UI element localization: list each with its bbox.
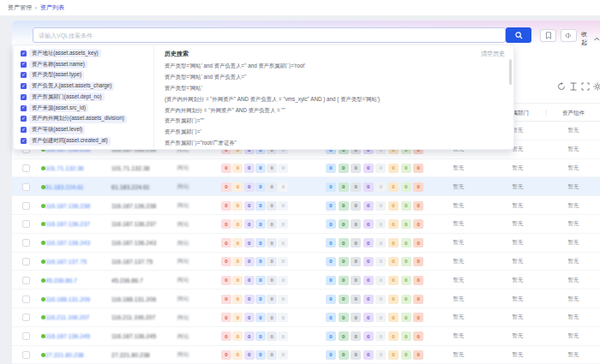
count-badge: 0 bbox=[244, 182, 255, 192]
component-cell: 暂无 bbox=[553, 196, 594, 215]
checkbox-checked-icon[interactable]: ✓ bbox=[21, 116, 27, 122]
checkbox-checked-icon[interactable]: ✓ bbox=[21, 127, 27, 133]
count-badge: 0 bbox=[375, 331, 386, 341]
asset-type: 网站 bbox=[177, 234, 189, 253]
row-checkbox[interactable] bbox=[22, 313, 30, 321]
column-header-component[interactable]: 资产组件 bbox=[553, 110, 594, 117]
field-option[interactable]: ✓ 资产内外网划分(asset.assets_division) bbox=[21, 114, 153, 124]
count-badge: 0 bbox=[255, 182, 266, 192]
row-checkbox[interactable] bbox=[22, 332, 30, 340]
field-option[interactable]: ✓ 资产类型(asset.type) bbox=[21, 70, 153, 81]
field-option[interactable]: ✓ 资产所属部门(asset.dept_no) bbox=[21, 92, 153, 102]
history-item[interactable]: 资产所属部门="" bbox=[165, 116, 505, 127]
fullscreen-icon[interactable] bbox=[581, 82, 590, 91]
asset-address-link[interactable]: 116.211.196.207 bbox=[45, 308, 90, 327]
asset-address-link[interactable]: 116.187.136.243 bbox=[45, 234, 90, 253]
asset-address-link[interactable]: 27.221.80.238 bbox=[45, 346, 84, 364]
field-option[interactable]: ✓ 资产创建时间(asset.created_at) bbox=[21, 136, 153, 146]
asset-address-link[interactable]: 116.187.136.238 bbox=[45, 196, 90, 215]
asset-address-link[interactable]: 116.187.137.75 bbox=[45, 253, 87, 272]
count-badge: 0 bbox=[244, 257, 255, 266]
checkbox-checked-icon[interactable]: ✓ bbox=[21, 138, 27, 144]
announce-button[interactable] bbox=[561, 29, 577, 42]
checkbox-checked-icon[interactable]: ✓ bbox=[21, 94, 27, 100]
refresh-icon[interactable] bbox=[557, 82, 566, 91]
asset-name: 45.236.86.7 bbox=[111, 271, 143, 289]
risk-count-badges: 00000000 bbox=[326, 327, 423, 346]
line-height-icon[interactable] bbox=[569, 82, 578, 91]
count-badge: 0 bbox=[363, 257, 374, 266]
dept-cell: 暂无 bbox=[495, 253, 540, 272]
asset-type: 网站 bbox=[177, 253, 189, 272]
count-badge: 0 bbox=[221, 238, 231, 248]
table-row: 116.187.136.237 116.187.136.237 网站 00000… bbox=[12, 215, 600, 234]
history-item[interactable]: 资产所属部门="root/广发证券" bbox=[165, 138, 505, 149]
history-item[interactable]: 资产类型='网站' and 资产负责人='' and 资产所属部门='root' bbox=[165, 61, 505, 72]
history-item[interactable]: 资产所属部门=' bbox=[165, 127, 505, 138]
asset-address-link[interactable]: 116.188.131.206 bbox=[45, 289, 90, 308]
owner-cell: 暂无 bbox=[441, 289, 476, 308]
risk-count-badges: 00000000 bbox=[326, 289, 423, 308]
magnifier-icon bbox=[515, 32, 523, 39]
risk-count-badges: 00000000 bbox=[326, 234, 423, 253]
collapse-toggle[interactable]: 收起 bbox=[581, 30, 600, 47]
count-badge: 0 bbox=[326, 238, 336, 248]
count-badge: 0 bbox=[232, 201, 243, 211]
breadcrumb-parent[interactable]: 资产管理 bbox=[8, 3, 32, 12]
dept-cell: 暂无 bbox=[495, 346, 540, 364]
field-option[interactable]: ✓ 资产名称(asset.name) bbox=[21, 59, 153, 69]
risk-count-badges: 00000000 bbox=[326, 159, 423, 178]
row-checkbox[interactable] bbox=[22, 220, 30, 228]
count-badge: 0 bbox=[413, 238, 423, 248]
count-badge: 0 bbox=[244, 164, 255, 173]
row-checkbox[interactable] bbox=[22, 239, 30, 247]
count-badge: 0 bbox=[413, 257, 423, 266]
asset-address-link[interactable]: 45.236.86.7 bbox=[45, 271, 77, 289]
checkbox-checked-icon[interactable]: ✓ bbox=[21, 105, 27, 111]
checkbox-checked-icon[interactable]: ✓ bbox=[21, 83, 27, 89]
gear-icon[interactable] bbox=[593, 82, 600, 91]
row-checkbox[interactable] bbox=[22, 258, 30, 266]
field-option[interactable]: ✓ 资产地址(asset.assets_key) bbox=[21, 48, 153, 58]
row-checkbox[interactable] bbox=[22, 183, 30, 191]
checkbox-checked-icon[interactable]: ✓ bbox=[21, 51, 27, 57]
asset-address-link[interactable]: 61.183.224.61 bbox=[45, 177, 84, 196]
history-item[interactable]: 资产内外网划分 = "外网资产" AND 资产负责人 = "" bbox=[165, 105, 505, 116]
asset-type: 网站 bbox=[177, 289, 189, 308]
asset-name: 116.187.136.243 bbox=[111, 234, 156, 253]
row-checkbox[interactable] bbox=[22, 295, 30, 303]
vql-search-input[interactable] bbox=[33, 27, 506, 43]
search-button[interactable] bbox=[506, 27, 531, 43]
history-item[interactable]: (资产内外网划分 = "外网资产" AND 资产负责人 = "vms_xylc"… bbox=[165, 94, 505, 105]
asset-name: 116.211.196.207 bbox=[111, 308, 156, 327]
vuln-count-badges: 000000 bbox=[221, 234, 288, 253]
checkbox-checked-icon[interactable]: ✓ bbox=[21, 62, 27, 68]
bookmark-button[interactable] bbox=[540, 29, 556, 42]
risk-count-badges: 00000000 bbox=[326, 253, 423, 272]
asset-address-link[interactable]: 101.71.132.36 bbox=[45, 159, 84, 178]
field-option[interactable]: ✓ 资产负责人(asset.assets_charge) bbox=[21, 81, 153, 92]
dropdown-scrollbar[interactable] bbox=[509, 59, 512, 85]
risk-count-badges: 00000000 bbox=[326, 177, 423, 196]
row-checkbox[interactable] bbox=[22, 164, 30, 172]
count-badge: 0 bbox=[255, 238, 266, 248]
field-option[interactable]: ✓ 资产来源(asset.src_id) bbox=[21, 103, 153, 113]
row-checkbox[interactable] bbox=[22, 351, 30, 359]
count-badge: 0 bbox=[413, 313, 423, 322]
table-row: 101.71.132.36 101.71.132.36 网站 000000 00… bbox=[12, 159, 600, 178]
row-checkbox[interactable] bbox=[22, 202, 30, 210]
asset-address-link[interactable]: 116.187.136.237 bbox=[45, 215, 90, 234]
count-badge: 0 bbox=[232, 350, 243, 360]
checkbox-checked-icon[interactable]: ✓ bbox=[21, 72, 27, 78]
count-badge: 0 bbox=[278, 201, 288, 211]
asset-address-link[interactable]: 116.187.136.245 bbox=[45, 327, 90, 346]
clear-history-button[interactable]: 清空历史 bbox=[481, 50, 505, 58]
count-badge: 0 bbox=[375, 201, 386, 211]
row-checkbox[interactable] bbox=[22, 277, 30, 284]
count-badge: 0 bbox=[363, 164, 374, 173]
field-option[interactable]: ✓ 资产等级(asset.level) bbox=[21, 125, 153, 135]
count-badge: 0 bbox=[221, 219, 231, 229]
history-item[interactable]: 资产类型='网站' and 资产负责人='' bbox=[165, 72, 505, 83]
history-item[interactable]: 资产类型='网站' bbox=[165, 83, 505, 94]
owner-cell: 暂无 bbox=[441, 159, 476, 178]
